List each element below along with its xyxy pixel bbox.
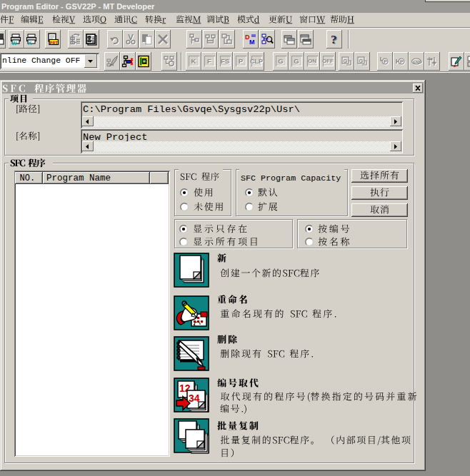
svg-text:X: X [28,40,32,46]
svg-text:34: 34 [189,393,200,404]
svg-text:?: ? [331,33,337,46]
svg-text:END: END [413,60,422,64]
svg-text:M: M [249,39,255,46]
svg-text:W: W [11,40,17,46]
svg-text:PRT: PRT [50,41,58,46]
svg-text:P: P [384,59,387,64]
svg-text:G: G [344,58,348,64]
svg-text:G: G [359,58,364,64]
svg-text:P: P [400,59,404,64]
